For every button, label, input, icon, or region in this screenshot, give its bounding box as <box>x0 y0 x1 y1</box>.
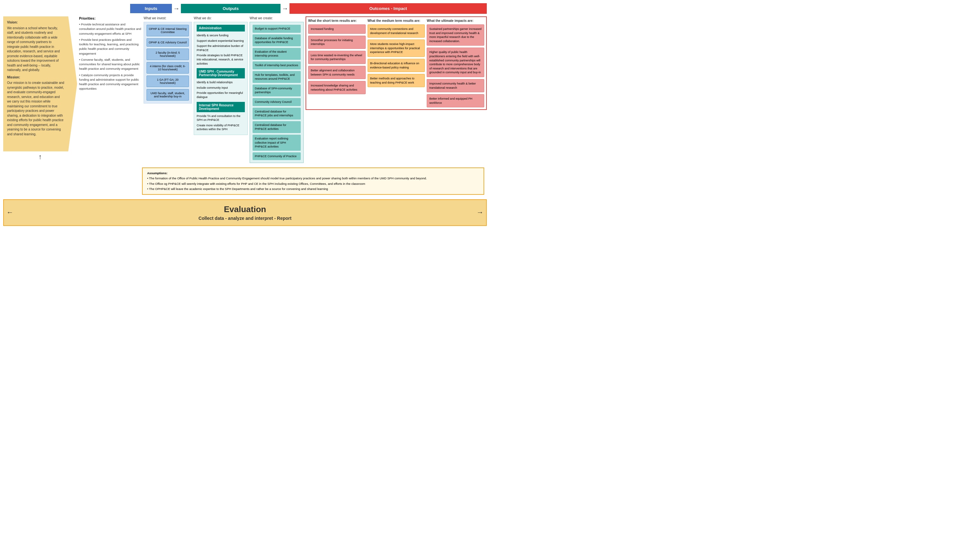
evaluation-title: Evaluation <box>8 204 482 214</box>
create-8: Centralized database for PHP&CE activiti… <box>253 121 301 133</box>
mission-title: Mission: <box>7 75 64 80</box>
vision-mission-panel: Vision: We envision a school where facul… <box>3 16 77 151</box>
ultimate-1: Higher quality of public health practiti… <box>427 48 484 77</box>
outputs-col-label: What we do: <box>194 16 248 20</box>
create-1: Database of available funding opportunit… <box>253 34 301 46</box>
up-arrow: ↑ <box>38 153 42 161</box>
assumption-0: • The formation of the Office of Public … <box>147 176 479 181</box>
input-item-5: UMD faculty, staff, student, and leaders… <box>146 89 189 100</box>
create-4: Hub for templates, toolkits, and resourc… <box>253 71 301 83</box>
header-row: Inputs → Outputs → Outcomes - Impact <box>80 3 487 14</box>
create-0: Budget to support PHP&CE <box>253 25 301 33</box>
ultimate-impacts-column: What the ultimate impacts are: Sustained… <box>427 19 484 107</box>
arrow-1: → <box>172 5 181 12</box>
community-item-0: Identify & build relationships <box>197 80 245 85</box>
mission-text: Our mission is to create sustainable and… <box>7 81 64 137</box>
short-term-column: What the short term results are: Increas… <box>308 19 366 107</box>
internal-item-0: Provide TA and consultation to the SPH o… <box>197 113 245 123</box>
short-2: Less time wasted re-inventing the wheel … <box>308 51 366 64</box>
creates-col-label: What we create: <box>250 16 304 20</box>
input-item-3: 4 interns (for class credit; 6-10 hours/… <box>146 62 189 73</box>
internal-title: Internal SPH Resource Development <box>197 102 245 112</box>
assumption-1: • The Office og PHP&CE will seemly integ… <box>147 181 479 187</box>
short-term-label: What the short term results are: <box>308 19 366 22</box>
priority-1: • Provide technical assistance and consu… <box>79 22 142 36</box>
priorities-list: • Provide technical assistance and consu… <box>79 22 142 91</box>
inputs-column: What we invest: OPHP & CE Internal Steer… <box>144 16 192 104</box>
outcomes-outer-border: What the short term results are: Increas… <box>305 16 487 110</box>
assumptions-box: Assumptions: • The formation of the Offi… <box>142 167 484 195</box>
evaluation-subtitle: Collect data - analyze and interpret - R… <box>8 216 482 221</box>
admin-item-1: Support student experiential learning <box>197 38 245 44</box>
creates-column: What we create: Budget to support PHP&CE… <box>250 16 304 163</box>
ultimate-3: Better informed and equipped PH workforc… <box>427 94 484 107</box>
community-title: UMD SPH - Community Partnership Developm… <box>197 68 245 78</box>
medium-2: Bi-directional education & influence on … <box>368 59 425 72</box>
community-section: UMD SPH - Community Partnership Developm… <box>197 68 245 100</box>
ultimate-2: Improved community health & better trans… <box>427 79 484 92</box>
eval-left-arrow: ← <box>6 208 13 217</box>
medium-term-column: What the medium term results are: More c… <box>368 19 425 107</box>
medium-0: More community connections and developme… <box>368 24 425 38</box>
internal-item-1: Create more visibility of PHP&CE activit… <box>197 123 245 132</box>
ultimate-0: Sustained partnerships garner increased … <box>427 24 484 46</box>
input-item-2: 2 faculty (in-kind; 5 hours/week) <box>146 48 189 60</box>
short-1: Smoother processes for initiating intern… <box>308 36 366 49</box>
assumption-2: • The OPHP&CE will leave the academic ex… <box>147 187 479 191</box>
community-item-2: Provide opportunities for meaningful dia… <box>197 90 245 100</box>
community-item-1: Include community input <box>197 85 245 91</box>
create-9: Evaluation report outlining collective i… <box>253 135 301 151</box>
priority-3: • Convene faculty, staff, students, and … <box>79 57 142 71</box>
create-7: Centralized database for PHP&CE jobs and… <box>253 108 301 120</box>
create-5: Database of SPH-community partnerships <box>253 85 301 96</box>
outputs-header: Outputs <box>181 4 280 13</box>
ultimate-label: What the ultimate impacts are: <box>427 19 484 22</box>
input-item-4: 1 GA (FT GA; 20 hours/week) <box>146 75 189 87</box>
short-0: Increased funding <box>308 24 366 34</box>
priority-2: • Provide best practices guidelines and … <box>79 38 142 56</box>
admin-item-0: Identify & secure funding <box>197 33 245 38</box>
medium-1: More students receive high-impact intern… <box>368 40 425 57</box>
arrow-2: → <box>280 5 290 12</box>
evaluation-box: ← Evaluation Collect data - analyze and … <box>3 199 487 226</box>
inputs-col-label: What we invest: <box>144 16 192 20</box>
create-6: Community Advisory Council <box>253 98 301 106</box>
assumptions-title: Assumptions: <box>147 171 167 175</box>
create-3: Toolkit of internship best practices <box>253 61 301 69</box>
internal-section: Internal SPH Resource Development Provid… <box>197 102 245 132</box>
admin-item-3: Provide strategies to build PHP&CE into … <box>197 53 245 66</box>
vision-text: We envision a school where faculty, staf… <box>7 26 64 73</box>
input-item-1: OPHP & CE Advisory Council <box>146 38 189 46</box>
medium-3: Better methods and approaches to teachin… <box>368 74 425 87</box>
priority-4: • Catalyze community projects & provide … <box>79 73 142 91</box>
medium-term-label: What the medium term results are: <box>368 19 425 22</box>
short-4: Increased knowledge sharing and networki… <box>308 81 366 94</box>
admin-title: Administration <box>197 25 245 32</box>
inputs-header: Inputs <box>130 4 172 13</box>
short-3: Better alignment and collaboration betwe… <box>308 66 366 79</box>
outputs-column: What we do: Administration Identify & se… <box>194 16 248 135</box>
create-10: PHP&CE Community of Practice <box>253 152 301 160</box>
input-item-0: OPHP & CE Internal Steering Committee <box>146 25 189 36</box>
admin-item-2: Support the administrative burden of PHP… <box>197 43 245 53</box>
outcomes-header: Outcomes - Impact <box>290 3 487 14</box>
admin-section: Administration Identify & secure funding… <box>197 25 245 66</box>
vision-title: Vision: <box>7 20 64 25</box>
create-2: Evaluation of the student internship pro… <box>253 48 301 60</box>
priorities-title: Priorities: <box>79 16 142 20</box>
priorities-panel: Priorities: • Provide technical assistan… <box>79 16 142 93</box>
eval-right-arrow: → <box>477 208 484 217</box>
